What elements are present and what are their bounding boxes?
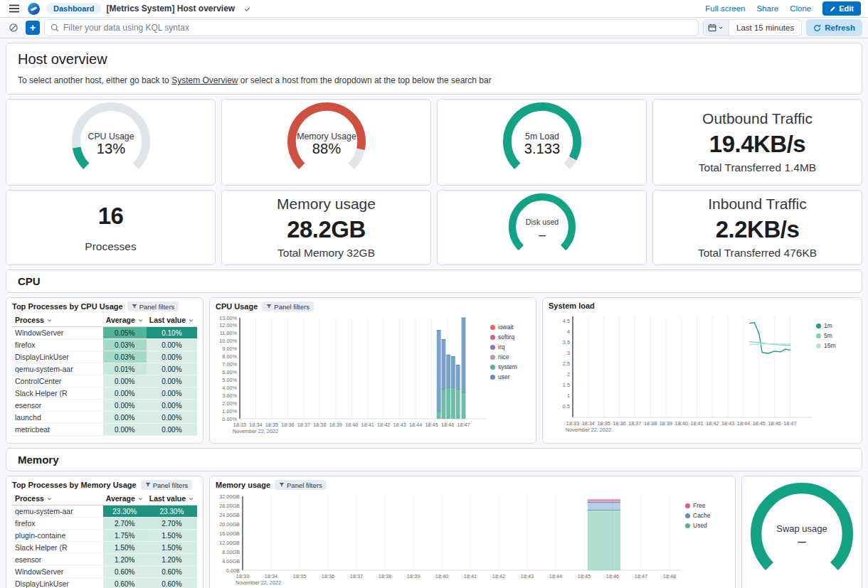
memory-row: Top Processes by Memory Usage Panel filt… (6, 476, 862, 588)
metric-subtitle: Total Transferred 1.4MB (699, 161, 816, 174)
column-header[interactable]: Last value (147, 492, 197, 506)
svg-text:18:40: 18:40 (435, 573, 448, 579)
last-value: 0.00% (147, 375, 197, 387)
process-name: Slack Helper (R (12, 542, 103, 554)
svg-text:18:41: 18:41 (361, 422, 374, 428)
legend-item[interactable]: irq (490, 343, 527, 351)
svg-text:12.00GB: 12.00GB (219, 540, 240, 546)
svg-text:18:44: 18:44 (549, 573, 562, 579)
full-screen-link[interactable]: Full screen (705, 4, 745, 13)
legend-item[interactable]: Free (685, 502, 722, 509)
cpu-row: Top Processes by CPU Usage Panel filters… (6, 297, 862, 444)
load-5m-gauge: 5m Load3.133 (502, 102, 582, 183)
svg-text:18:47: 18:47 (457, 422, 470, 428)
table-row[interactable]: DisplayLinkUser0.60%0.60% (12, 578, 197, 588)
svg-text:18:36: 18:36 (613, 420, 625, 427)
add-filter-button[interactable]: + (26, 21, 40, 35)
system-overview-link[interactable]: System Overview (171, 75, 238, 85)
legend-item[interactable]: 1m (816, 322, 853, 329)
legend-item[interactable]: 5m (816, 332, 853, 339)
legend-item[interactable]: Cache (685, 512, 722, 519)
panel-filters-badge[interactable]: Panel filters (262, 301, 314, 311)
time-range-label[interactable]: Last 15 minutes (729, 20, 801, 36)
saved-query-icon[interactable] (6, 20, 21, 36)
table-row[interactable]: qemu-system-aar23.30%23.30% (12, 506, 197, 518)
legend-item[interactable]: nice (490, 353, 527, 360)
host-overview-header-panel: Host overview To select another host, ei… (6, 43, 862, 95)
panel-filters-badge[interactable]: Panel filters (275, 480, 327, 490)
legend-item[interactable]: system (490, 363, 527, 370)
process-name: firefox (12, 518, 103, 530)
menu-icon[interactable] (7, 1, 21, 16)
table-row[interactable]: qemu-system-aar0.01%0.00% (12, 363, 197, 375)
clone-link[interactable]: Clone (790, 4, 811, 13)
legend-item[interactable]: Used (685, 522, 722, 529)
pencil-icon (830, 6, 836, 12)
swap-usage-gauge-panel: Swap usage– (741, 476, 862, 588)
table-row[interactable]: ControlCenter0.00%0.00% (12, 375, 197, 387)
section-title-cpu: CPU (18, 275, 850, 287)
table-row[interactable]: Slack Helper (R0.00%0.00% (12, 387, 197, 400)
table-row[interactable]: Slack Helper (R1.50%1.50% (12, 542, 197, 554)
svg-text:18:36: 18:36 (322, 573, 334, 579)
table-row[interactable]: WindowServer0.05%0.10% (12, 327, 197, 339)
metric-subtitle: Total Memory 32GB (277, 247, 375, 260)
panel-filters-badge[interactable]: Panel filters (127, 301, 179, 311)
table-row[interactable]: WindowServer0.60%0.60% (12, 566, 197, 578)
system-load-chart[interactable]: 18:3318:3418:3518:3618:3718:3818:3918:40… (549, 312, 816, 439)
section-title-memory: Memory (18, 454, 850, 466)
svg-text:16.00GB: 16.00GB (219, 530, 240, 537)
svg-text:5m Load: 5m Load (525, 132, 559, 141)
table-row[interactable]: metricbeat0.00%0.00% (12, 424, 197, 436)
cpu-usage-chart[interactable]: 18:3318:3418:3518:3618:3718:3818:3918:40… (216, 314, 490, 439)
kql-search-input[interactable] (63, 23, 692, 33)
cpu-processes-table: Process Average Last value WindowServer0… (12, 314, 197, 436)
process-name: qemu-system-aar (12, 363, 103, 375)
table-row[interactable]: plugin-containe1.75%1.50% (12, 530, 197, 542)
average-value: 23.30% (103, 506, 147, 518)
panel-filters-badge[interactable]: Panel filters (141, 480, 193, 490)
svg-text:18:40: 18:40 (675, 420, 688, 427)
table-row[interactable]: esensor0.00%0.00% (12, 400, 197, 412)
table-row[interactable]: firefox0.03%0.00% (12, 339, 197, 351)
refresh-button[interactable]: Refresh (806, 19, 862, 36)
process-name: plugin-containe (12, 530, 103, 542)
column-header[interactable]: Last value (147, 314, 197, 327)
legend-item[interactable]: softirq (490, 333, 527, 341)
system-load-chart-panel: System load 18:3318:3418:3518:3618:3718:… (542, 297, 862, 444)
svg-text:11.00%: 11.00% (220, 330, 238, 336)
breadcrumb-dashboard[interactable]: Dashboard (46, 3, 101, 14)
svg-text:18:41: 18:41 (690, 420, 703, 427)
calendar-icon (708, 23, 716, 32)
outbound-traffic-panel: Outbound Traffic 19.4KB/s Total Transfer… (652, 99, 862, 186)
svg-text:18:33: 18:33 (233, 422, 246, 428)
last-value: 1.20% (147, 554, 197, 566)
table-row[interactable]: DisplayLinkUser0.03%0.00% (12, 351, 197, 363)
svg-text:–: – (539, 228, 546, 242)
svg-text:18:37: 18:37 (350, 573, 363, 579)
average-value: 0.03% (103, 351, 147, 363)
legend-item[interactable]: 15m (816, 342, 853, 349)
svg-text:18:43: 18:43 (393, 422, 406, 428)
column-header[interactable]: Average (103, 314, 147, 327)
legend-item[interactable]: iowait (490, 324, 527, 331)
memory-usage-legend: FreeCacheUsed (685, 492, 722, 588)
last-value: 0.10% (147, 327, 197, 339)
average-value: 2.70% (103, 518, 147, 530)
table-row[interactable]: esensor1.20%1.20% (12, 554, 197, 566)
date-quick-select-button[interactable] (704, 20, 729, 36)
share-link[interactable]: Share (756, 4, 778, 13)
table-row[interactable]: firefox2.70%2.70% (12, 518, 197, 530)
table-row[interactable]: launchd0.00%0.00% (12, 412, 197, 424)
svg-text:18:42: 18:42 (706, 420, 719, 427)
edit-button[interactable]: Edit (822, 1, 861, 16)
elastic-logo[interactable] (28, 3, 40, 15)
memory-usage-chart[interactable]: 18:3318:3418:3518:3618:3718:3818:3918:40… (216, 492, 685, 588)
svg-text:18:34: 18:34 (249, 422, 262, 428)
metric-value: 2.2KB/s (716, 216, 800, 243)
column-header[interactable]: Process (12, 314, 103, 327)
legend-item[interactable]: user (490, 373, 527, 380)
column-header[interactable]: Average (103, 492, 147, 506)
metric-title: Memory usage (277, 196, 376, 213)
column-header[interactable]: Process (12, 492, 103, 506)
